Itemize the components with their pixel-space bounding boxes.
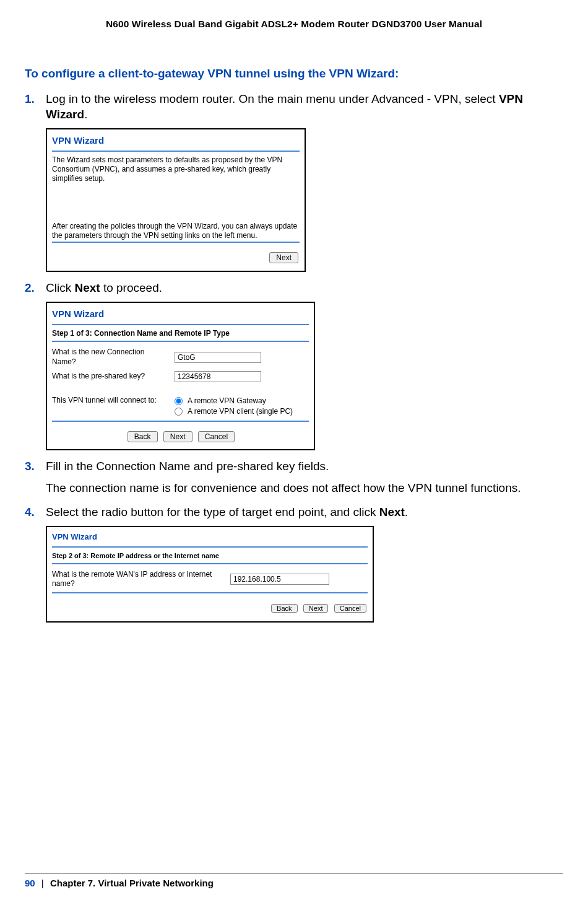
- back-button[interactable]: Back: [128, 431, 158, 442]
- section-heading: To configure a client-to-gateway VPN tun…: [25, 67, 563, 81]
- step-number: 2.: [25, 281, 35, 296]
- step-number: 4.: [25, 505, 35, 520]
- step-bold: Next: [379, 505, 405, 518]
- step-text-b: .: [84, 108, 87, 121]
- step-paragraph: The connection name is for convenience a…: [46, 481, 563, 496]
- wizard-step-label: Step 2 of 3: Remote IP address or the In…: [52, 551, 368, 560]
- separator: [52, 242, 300, 243]
- page-number: 90: [25, 878, 35, 888]
- cancel-button[interactable]: Cancel: [198, 431, 235, 442]
- label-remote-wan-ip: What is the remote WAN's IP address or I…: [52, 568, 230, 591]
- screenshot-vpn-wizard-intro: VPN Wizard The Wizard sets most paramete…: [46, 128, 306, 271]
- connection-name-input[interactable]: [175, 352, 261, 363]
- label-tunnel-connect-to: This VPN tunnel will connect to:: [52, 394, 175, 419]
- wizard-title: VPN Wizard: [52, 531, 368, 545]
- step-number: 3.: [25, 459, 35, 474]
- step-text: Log in to the wireless modem router. On …: [46, 92, 499, 105]
- label-connection-name: What is the new Connection Name?: [52, 346, 175, 369]
- separator: [52, 546, 368, 548]
- separator: [52, 421, 309, 422]
- step-text-b: .: [405, 505, 408, 518]
- back-button[interactable]: Back: [271, 604, 297, 613]
- step-bold: Next: [74, 281, 100, 294]
- running-header: N600 Wireless Dual Band Gigabit ADSL2+ M…: [25, 19, 563, 30]
- next-button[interactable]: Next: [269, 252, 298, 263]
- radio-remote-gateway[interactable]: [175, 397, 183, 405]
- step-1: 1. Log in to the wireless modem router. …: [25, 92, 563, 272]
- remote-wan-ip-input[interactable]: [230, 574, 329, 585]
- separator: [52, 324, 309, 325]
- separator: [52, 563, 368, 564]
- next-button[interactable]: Next: [163, 431, 192, 442]
- screenshot-vpn-wizard-step2: VPN Wizard Step 2 of 3: Remote IP addres…: [46, 526, 374, 622]
- footer-separator: |: [41, 878, 44, 888]
- wizard-step-label: Step 1 of 3: Connection Name and Remote …: [52, 329, 309, 339]
- preshared-key-input[interactable]: [175, 371, 261, 382]
- radio-remote-client[interactable]: [175, 408, 183, 416]
- page-footer: 90 | Chapter 7. Virtual Private Networki…: [25, 873, 563, 888]
- radio-label-client: A remote VPN client (single PC): [188, 407, 293, 417]
- step-2: 2. Click Next to proceed. VPN Wizard Ste…: [25, 281, 563, 451]
- radio-label-gateway: A remote VPN Gateway: [188, 396, 266, 406]
- step-text-b: to proceed.: [100, 281, 162, 294]
- label-preshared-key: What is the pre-shared key?: [52, 369, 175, 384]
- wizard-intro-text-2: After creating the policies through the …: [52, 222, 300, 240]
- wizard-title: VPN Wizard: [52, 307, 309, 323]
- separator: [52, 151, 300, 152]
- separator: [52, 341, 309, 342]
- chapter-label: Chapter 7. Virtual Private Networking: [50, 878, 214, 888]
- wizard-intro-text-1: The Wizard sets most parameters to defau…: [52, 155, 300, 183]
- step-text: Fill in the Connection Name and pre-shar…: [46, 460, 329, 473]
- separator: [52, 592, 368, 593]
- step-number: 1.: [25, 92, 35, 107]
- step-3: 3. Fill in the Connection Name and pre-s…: [25, 459, 563, 496]
- wizard-title: VPN Wizard: [52, 133, 300, 149]
- step-text: Click: [46, 281, 74, 294]
- cancel-button[interactable]: Cancel: [334, 604, 366, 613]
- screenshot-vpn-wizard-step1: VPN Wizard Step 1 of 3: Connection Name …: [46, 302, 315, 450]
- next-button[interactable]: Next: [303, 604, 329, 613]
- step-text: Select the radio button for the type of …: [46, 505, 379, 518]
- step-4: 4. Select the radio button for the type …: [25, 505, 563, 623]
